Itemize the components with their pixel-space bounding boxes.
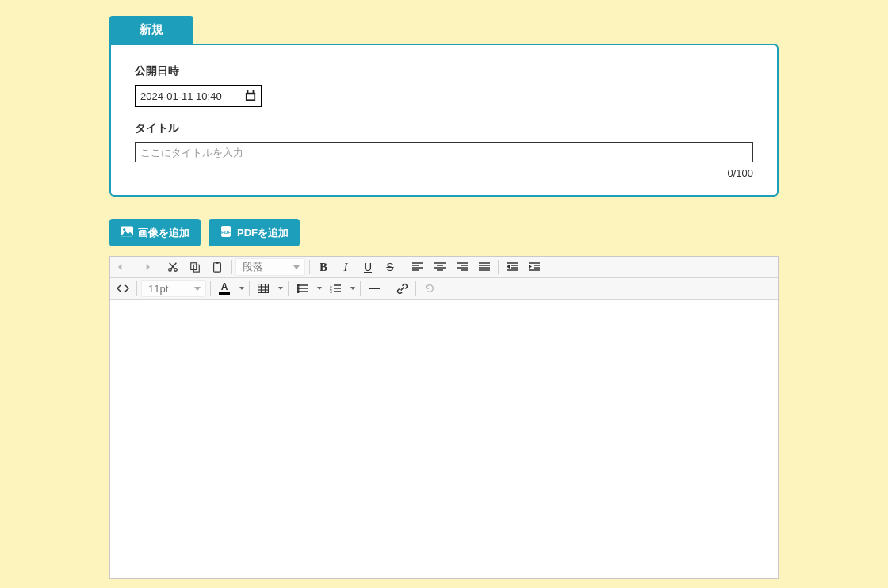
editor-content-area[interactable] <box>110 300 778 578</box>
toolbar-separator <box>288 281 289 296</box>
svg-rect-1 <box>247 94 255 99</box>
editor-toolbar-row-2: 11pt A 123 <box>110 278 778 300</box>
chevron-down-icon <box>278 287 283 290</box>
align-justify-button[interactable] <box>473 257 496 277</box>
svg-rect-13 <box>216 262 219 264</box>
table-button[interactable] <box>252 278 274 299</box>
image-icon <box>121 226 133 239</box>
italic-button[interactable]: I <box>335 257 357 277</box>
align-right-button[interactable] <box>451 257 473 277</box>
svg-rect-2 <box>247 90 249 94</box>
table-dropdown[interactable] <box>274 278 285 299</box>
toolbar-separator <box>404 260 404 274</box>
underline-button[interactable]: U <box>357 257 379 277</box>
toolbar-separator <box>360 281 361 296</box>
source-code-button[interactable] <box>112 278 134 299</box>
bullet-list-dropdown[interactable] <box>313 278 324 299</box>
toolbar-separator <box>388 281 388 296</box>
horizontal-rule-button[interactable] <box>363 278 385 299</box>
chevron-down-icon <box>350 287 355 290</box>
outdent-button[interactable] <box>501 257 523 277</box>
svg-rect-3 <box>253 90 255 94</box>
add-image-label: 画像を追加 <box>138 226 189 240</box>
numbered-list-dropdown[interactable] <box>346 278 358 299</box>
svg-point-44 <box>297 288 300 290</box>
undo-button[interactable] <box>112 257 134 277</box>
svg-point-43 <box>297 284 300 287</box>
toolbar-separator <box>249 281 250 296</box>
toolbar-separator <box>159 260 159 274</box>
paragraph-format-select[interactable]: 段落 <box>235 258 305 276</box>
pdf-icon: PDF <box>220 225 232 240</box>
copy-button[interactable] <box>184 257 206 277</box>
svg-text:3: 3 <box>330 289 332 293</box>
svg-point-9 <box>174 269 178 272</box>
indent-button[interactable] <box>523 257 545 277</box>
chevron-down-icon <box>194 287 201 291</box>
add-pdf-button[interactable]: PDF PDFを追加 <box>209 219 300 246</box>
align-center-button[interactable] <box>429 257 451 277</box>
title-char-count: 0/100 <box>135 167 753 179</box>
svg-point-8 <box>169 269 172 272</box>
rich-text-editor: 段落 B I U S <box>109 256 779 579</box>
calendar-icon <box>245 90 256 101</box>
strikethrough-button[interactable]: S <box>379 257 401 277</box>
cut-button[interactable] <box>162 257 184 277</box>
title-input[interactable] <box>135 142 753 162</box>
label-publish-datetime: 公開日時 <box>135 64 753 78</box>
redo-button[interactable] <box>134 257 156 277</box>
bold-button[interactable]: B <box>312 257 335 277</box>
toolbar-separator <box>210 281 211 296</box>
chevron-down-icon <box>293 265 300 269</box>
chevron-down-icon <box>317 287 322 290</box>
svg-point-45 <box>297 291 300 293</box>
datetime-value: 2024-01-11 10:40 <box>140 90 222 102</box>
add-image-button[interactable]: 画像を追加 <box>109 219 201 246</box>
align-left-button[interactable] <box>407 257 429 277</box>
chevron-down-icon <box>239 287 244 290</box>
format-select-label: 段落 <box>243 260 263 274</box>
paste-button[interactable] <box>206 257 228 277</box>
text-color-button[interactable]: A <box>213 278 235 299</box>
svg-rect-12 <box>214 263 221 272</box>
font-size-select[interactable]: 11pt <box>141 280 206 297</box>
svg-text:PDF: PDF <box>221 230 231 235</box>
link-button[interactable] <box>391 278 413 299</box>
fontsize-select-label: 11pt <box>148 283 168 295</box>
tab-new[interactable]: 新規 <box>109 16 193 44</box>
text-color-dropdown[interactable] <box>235 278 247 299</box>
toolbar-separator <box>498 260 499 274</box>
editor-toolbar-row-1: 段落 B I U S <box>110 257 778 278</box>
toolbar-separator <box>136 281 137 296</box>
publish-datetime-input[interactable]: 2024-01-11 10:40 <box>135 85 262 107</box>
toolbar-separator <box>231 260 232 274</box>
svg-point-5 <box>123 228 125 231</box>
toolbar-separator <box>415 281 416 296</box>
svg-rect-38 <box>258 284 269 293</box>
add-pdf-label: PDFを追加 <box>237 226 289 240</box>
numbered-list-button[interactable]: 123 <box>324 278 346 299</box>
revert-button[interactable] <box>419 278 441 299</box>
label-title: タイトル <box>135 121 753 136</box>
bullet-list-button[interactable] <box>291 278 313 299</box>
toolbar-separator <box>309 260 310 274</box>
action-button-row: 画像を追加 PDF PDFを追加 <box>109 219 779 246</box>
form-card: 公開日時 2024-01-11 10:40 タイトル 0/100 <box>109 44 779 197</box>
